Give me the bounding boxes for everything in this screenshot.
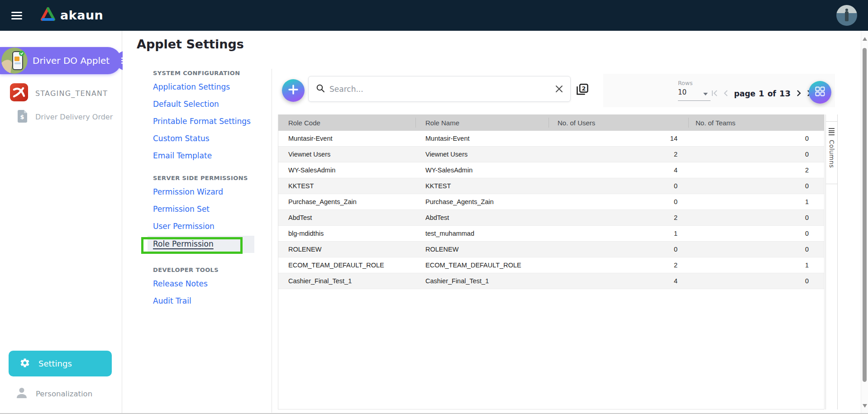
svg-text:2: 2: [582, 85, 586, 92]
scroll-down-icon[interactable]: [863, 404, 867, 408]
menu-icon[interactable]: [11, 12, 22, 19]
sidebar-item-driver-delivery-order[interactable]: $ Driver Delivery Order: [17, 109, 113, 124]
cell-role-code: KKTEST: [278, 182, 415, 190]
delivery-order-icon: $: [17, 109, 28, 124]
cell-no-of-users: 0: [548, 198, 688, 205]
table-row-wy-salesadmin[interactable]: WY-SalesAdminWY-SalesAdmin42: [278, 162, 824, 178]
table-row-kktest[interactable]: KKTESTKKTEST00: [278, 178, 824, 194]
cell-role-name: ROLENEW: [415, 246, 548, 253]
table-row-rolenew[interactable]: ROLENEWROLENEW00: [278, 242, 824, 257]
cell-role-code: Purchase_Agents_Zain: [278, 198, 415, 205]
cell-role-code: Muntasir-Event: [278, 135, 415, 142]
page-indicator: page 1 of 13: [734, 89, 791, 98]
column-header-role-name[interactable]: Role Name: [415, 114, 548, 131]
cell-no-of-teams: 0: [688, 182, 824, 190]
settings-nav-item-audit-trail[interactable]: Audit Trail: [153, 296, 267, 306]
add-role-button[interactable]: [282, 79, 305, 102]
cell-no-of-teams: 1: [688, 198, 824, 205]
main-content: Applet Settings SYSTEM CONFIGURATIONAppl…: [123, 31, 861, 414]
table-row-muntasir-event[interactable]: Muntasir-EventMuntasir-Event140: [278, 131, 824, 147]
cell-role-code: blg-mdidthis: [278, 230, 415, 237]
settings-nav-item-email-template[interactable]: Email Template: [153, 151, 267, 161]
tenant-label: STAGING_TENANT: [35, 89, 108, 98]
cell-role-name: WY-SalesAdmin: [415, 167, 548, 174]
grid-view-button[interactable]: [809, 81, 831, 104]
table-row-cashier-final-test-1[interactable]: Cashier_Final_Test_1Cashier_Final_Test_1…: [278, 273, 824, 289]
search-input[interactable]: [329, 85, 555, 94]
table-row-abdtest[interactable]: AbdTestAbdTest20: [278, 210, 824, 226]
page-title: Applet Settings: [137, 37, 244, 51]
columns-tab[interactable]: Columns: [826, 122, 837, 184]
scrollbar-thumb[interactable]: [863, 48, 867, 382]
previous-page-button[interactable]: [723, 90, 728, 97]
cell-no-of-teams: 2: [688, 167, 824, 174]
table-row-blg-mdidthis[interactable]: blg-mdidthistest_muhammad10: [278, 226, 824, 242]
personalization-label: Personalization: [36, 390, 92, 398]
role-table-body: Muntasir-EventMuntasir-Event140Viewnet U…: [278, 131, 824, 289]
column-header-no-of-teams[interactable]: No. of Teams: [688, 114, 824, 131]
scrollbar[interactable]: [861, 31, 868, 414]
clear-search-icon[interactable]: [555, 85, 563, 93]
person-icon: [15, 386, 29, 401]
next-page-button[interactable]: [796, 90, 802, 97]
cell-no-of-users: 4: [548, 277, 688, 285]
cell-role-code: ROLENEW: [278, 246, 415, 253]
app-root: akaun Driver DO Applet: [0, 0, 868, 414]
settings-nav-item-release-notes[interactable]: Release Notes: [153, 279, 267, 289]
columns-panel: Columns: [825, 114, 838, 409]
cell-no-of-users: 2: [548, 262, 688, 269]
table-row-purchase-agents-zain[interactable]: Purchase_Agents_ZainPurchase_Agents_Zain…: [278, 194, 824, 210]
scroll-up-icon[interactable]: [863, 37, 867, 41]
column-header-role-code[interactable]: Role Code: [278, 114, 415, 131]
nav-section-heading-system-configuration: SYSTEM CONFIGURATION: [153, 70, 267, 76]
settings-nav-item-default-selection[interactable]: Default Selection: [153, 99, 267, 109]
first-page-button[interactable]: [711, 90, 719, 97]
column-header-no-of-users[interactable]: No. of Users: [548, 114, 688, 131]
cell-no-of-users: 14: [548, 135, 688, 142]
cell-role-name: test_muhammad: [415, 230, 548, 237]
logo-text: akaun: [60, 8, 103, 22]
table-row-viewnet-users[interactable]: Viewnet UsersViewnet Users20: [278, 147, 824, 162]
settings-nav-item-printable-format-settings[interactable]: Printable Format Settings: [153, 116, 267, 127]
brand-logo[interactable]: akaun: [40, 7, 103, 23]
settings-nav-item-user-permission[interactable]: User Permission: [153, 221, 267, 232]
cell-role-code: Viewnet Users: [278, 151, 415, 158]
chevron-down-icon: [703, 93, 708, 95]
settings-nav-item-role-permission[interactable]: Role Permission: [148, 236, 254, 253]
settings-button[interactable]: Settings: [9, 351, 112, 376]
applet-switcher-button[interactable]: Driver DO Applet: [0, 47, 121, 74]
delivery-order-label: Driver Delivery Order: [35, 113, 113, 121]
rows-per-page-label: Rows: [678, 80, 693, 86]
rows-per-page-select[interactable]: 10: [678, 88, 711, 101]
cell-role-code: AbdTest: [278, 214, 415, 221]
settings-nav-item-permission-wizard[interactable]: Permission Wizard: [153, 187, 267, 197]
nav-section-heading-developer-tools: DEVELOPER TOOLS: [153, 266, 267, 273]
settings-nav-item-permission-set[interactable]: Permission Set: [153, 204, 267, 214]
cell-role-code: WY-SalesAdmin: [278, 167, 415, 174]
sidebar-item-tenant[interactable]: STAGING_TENANT: [10, 83, 108, 103]
settings-label: Settings: [38, 359, 72, 368]
logo-triangle-icon: [40, 7, 56, 23]
settings-nav-item-application-settings[interactable]: Application Settings: [153, 82, 267, 92]
cell-no-of-teams: 0: [688, 230, 824, 237]
columns-tab-label: Columns: [828, 140, 835, 168]
duplicate-icon[interactable]: 2: [576, 83, 589, 99]
settings-nav: SYSTEM CONFIGURATIONApplication Settings…: [153, 70, 267, 313]
settings-nav-item-custom-status[interactable]: Custom Status: [153, 133, 267, 144]
role-table: Role CodeRole NameNo. of UsersNo. of Tea…: [278, 114, 825, 409]
user-avatar[interactable]: [836, 5, 857, 26]
active-item-highlight: [141, 237, 243, 254]
cell-no-of-teams: 0: [688, 151, 824, 158]
cell-no-of-teams: 0: [688, 246, 824, 253]
cell-no-of-users: 0: [548, 182, 688, 190]
table-row-ecom-team-default-role[interactable]: ECOM_TEAM_DEFAULT_ROLEECOM_TEAM_DEFAULT_…: [278, 257, 824, 273]
of-word: of: [768, 89, 776, 98]
sidebar-item-personalization[interactable]: Personalization: [15, 386, 92, 401]
nav-table-divider: [272, 69, 272, 413]
cell-role-name: ECOM_TEAM_DEFAULT_ROLE: [415, 262, 548, 269]
cell-role-name: Purchase_Agents_Zain: [415, 198, 548, 205]
cell-role-code: ECOM_TEAM_DEFAULT_ROLE: [278, 262, 415, 269]
cell-role-name: Viewnet Users: [415, 151, 548, 158]
cell-no-of-users: 2: [548, 214, 688, 221]
cell-role-code: Cashier_Final_Test_1: [278, 277, 415, 285]
